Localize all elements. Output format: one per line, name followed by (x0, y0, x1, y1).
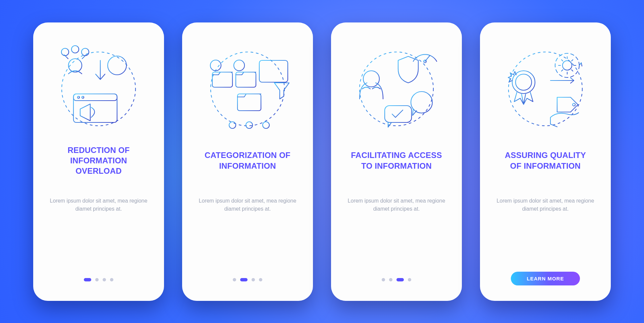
svg-text:i: i (238, 63, 240, 68)
svg-text:i: i (215, 63, 216, 68)
onboarding-screen-2: i i CATEGORIZATION OF INFORMATIONLorem i… (182, 22, 313, 301)
pagination-dot[interactable] (110, 278, 113, 281)
svg-text:i: i (75, 47, 76, 52)
pagination-dots (382, 274, 411, 285)
svg-rect-11 (73, 94, 117, 101)
screen-title: REDUCTION OF INFORMATION OVERLOAD (67, 145, 129, 177)
svg-text:i: i (523, 78, 525, 87)
screen-title: ASSURING QUALITY OF INFORMATION (505, 145, 586, 177)
svg-text:i: i (85, 50, 86, 55)
reduction-icon: i i i i (53, 42, 144, 132)
svg-text:i: i (563, 101, 565, 108)
learn-more-button[interactable]: LEARN MORE (511, 272, 580, 285)
svg-point-35 (246, 122, 253, 128)
svg-rect-24 (259, 60, 288, 82)
pagination-dots (233, 274, 262, 285)
svg-text:i: i (370, 75, 372, 84)
svg-point-22 (234, 60, 245, 71)
svg-rect-10 (73, 94, 117, 122)
svg-point-2 (61, 48, 69, 56)
svg-rect-18 (212, 72, 232, 87)
svg-rect-21 (236, 72, 256, 87)
screen-title: FACILITATING ACCESS TO INFORMATION (351, 145, 442, 177)
pagination-dot[interactable] (259, 278, 262, 281)
pagination-dot[interactable] (233, 278, 236, 281)
svg-rect-43 (385, 106, 412, 122)
svg-rect-28 (237, 94, 261, 111)
svg-point-44 (411, 92, 432, 113)
pagination-dot[interactable] (396, 278, 404, 281)
pagination-dot[interactable] (382, 278, 385, 281)
screen-body-text: Lorem ipsum dolor sit amet, mea regione … (344, 197, 448, 214)
svg-point-41 (363, 71, 379, 87)
assuring-icon: i i (500, 42, 591, 132)
svg-point-3 (71, 46, 79, 53)
svg-point-13 (82, 96, 84, 98)
screen-body-text: Lorem ipsum dolor sit amet, mea regione … (493, 197, 597, 214)
svg-point-12 (77, 96, 79, 98)
onboarding-screen-3: i i i FACILITATING ACCESS TO INFORMATION… (331, 22, 462, 301)
svg-point-4 (82, 48, 89, 56)
svg-text:i: i (420, 98, 423, 108)
facilitating-icon: i i i (351, 42, 442, 132)
pagination-dot[interactable] (408, 278, 411, 281)
pagination-dot[interactable] (389, 278, 392, 281)
categorization-icon: i i (202, 42, 293, 132)
pagination-dot[interactable] (103, 278, 106, 281)
pagination-dot[interactable] (84, 278, 91, 281)
screen-body-text: Lorem ipsum dolor sit amet, mea regione … (196, 197, 300, 214)
screen-body-text: Lorem ipsum dolor sit amet, mea regione … (47, 197, 151, 214)
svg-point-17 (211, 52, 284, 126)
pagination-dots (84, 274, 113, 285)
pagination-dot[interactable] (240, 278, 248, 281)
pagination-dot[interactable] (95, 278, 99, 281)
svg-point-51 (562, 61, 572, 70)
svg-point-48 (516, 74, 532, 90)
pagination-dot[interactable] (252, 278, 255, 281)
svg-text:i: i (407, 66, 409, 74)
svg-point-52 (573, 103, 575, 106)
svg-point-36 (263, 122, 269, 128)
onboarding-screen-4: i i ASSURING QUALITY OF INFORMATIONLorem… (480, 22, 611, 301)
screen-title: CATEGORIZATION OF INFORMATION (205, 145, 290, 177)
svg-point-34 (229, 122, 236, 128)
svg-point-8 (108, 56, 126, 75)
svg-text:i: i (65, 50, 66, 55)
svg-text:i: i (116, 60, 118, 71)
onboarding-screen-1: i i i i REDUCTION OF INFORMATION OVERLOA… (33, 22, 164, 301)
